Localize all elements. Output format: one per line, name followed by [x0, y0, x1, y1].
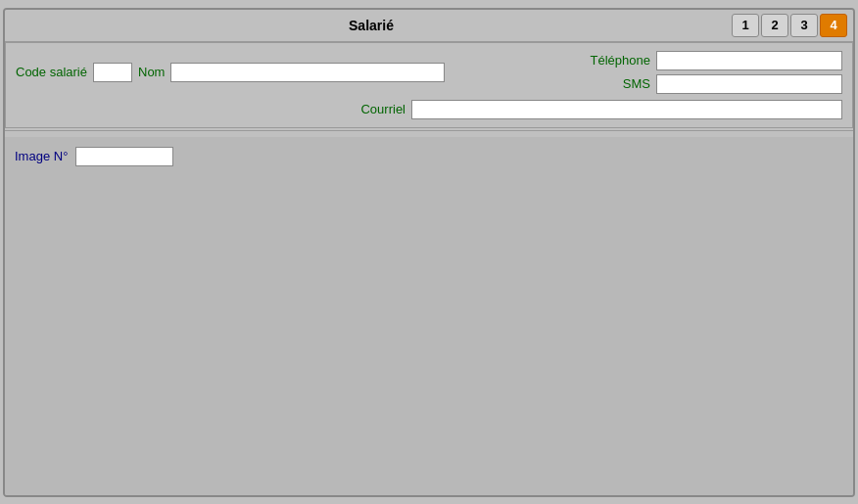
courriel-input[interactable] [411, 100, 842, 119]
body-section: Image N° [5, 137, 853, 495]
courriel-label: Courriel [327, 102, 405, 116]
tab-4[interactable]: 4 [820, 14, 847, 37]
tab-buttons: 1 2 3 4 [732, 14, 847, 37]
image-input[interactable] [75, 147, 173, 166]
sms-input[interactable] [656, 74, 842, 94]
code-salarie-label: Code salarié [16, 65, 87, 79]
telephone-label: Téléphone [572, 53, 650, 68]
form-row-1: Code salarié Nom Téléphone SMS [16, 51, 842, 94]
form-row-2: Courriel [16, 100, 842, 119]
title-bar: Salarié 1 2 3 4 [5, 10, 853, 42]
window-title: Salarié [11, 18, 732, 33]
form-section: Code salarié Nom Téléphone SMS Courriel [5, 42, 853, 128]
telephone-input[interactable] [656, 51, 842, 70]
image-label: Image N° [15, 149, 68, 163]
sms-row: SMS [572, 74, 842, 94]
tab-1[interactable]: 1 [732, 14, 759, 37]
tab-2[interactable]: 2 [761, 14, 788, 37]
main-window: Salarié 1 2 3 4 Code salarié Nom Télépho… [3, 8, 855, 497]
telephone-row: Téléphone [572, 51, 842, 70]
divider [5, 130, 853, 131]
nom-input[interactable] [170, 63, 445, 82]
image-row: Image N° [15, 147, 843, 166]
sms-label: SMS [572, 76, 650, 91]
code-salarie-input[interactable] [93, 63, 132, 82]
tab-3[interactable]: 3 [790, 14, 818, 37]
nom-label: Nom [138, 65, 165, 79]
